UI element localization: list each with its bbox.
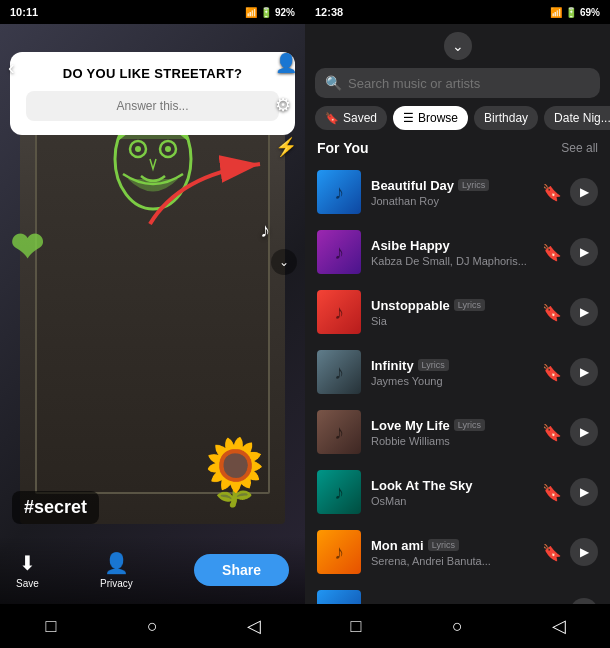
status-icons-right: 📶 🔋 69% [550,7,600,18]
play-button[interactable]: ▶ [570,298,598,326]
bookmark-button[interactable]: 🔖 [542,423,562,442]
lyrics-badge: Lyrics [454,299,485,311]
time-left: 10:11 [10,6,38,18]
bookmark-button[interactable]: 🔖 [542,363,562,382]
play-button[interactable]: ▶ [570,478,598,506]
story-chevron-icon[interactable]: ⌄ [271,249,297,275]
svg-point-4 [165,146,171,152]
popup-answer-input[interactable] [26,91,279,121]
bookmark-button[interactable]: 🔖 [542,303,562,322]
tab-saved[interactable]: 🔖 Saved [315,106,387,130]
tab-date-night[interactable]: Date Nig... [544,106,610,130]
close-panel-button[interactable]: ⌄ [444,32,472,60]
nav-circle-left[interactable]: ○ [127,604,177,648]
music-panel: ⌄ 🔍 🔖 Saved ☰ Browse Birthday Date Nig..… [305,24,610,604]
play-button[interactable]: ▶ [570,418,598,446]
tab-bar: 🔖 Saved ☰ Browse Birthday Date Nig... [305,106,610,138]
album-art: ♪ [317,290,361,334]
play-button[interactable]: ▶ [570,238,598,266]
album-art: ♪ [317,230,361,274]
filter-icon[interactable]: ⚙ [275,94,297,116]
track-actions: 🔖 ▶ [542,358,598,386]
save-action[interactable]: ⬇ Save [16,551,39,589]
music-list-item[interactable]: ♪ Love My Life Lyrics Robbie Williams 🔖 … [305,402,610,462]
nav-circle-right[interactable]: ○ [432,604,482,648]
play-button[interactable]: ▶ [570,358,598,386]
music-list: ♪ Beautiful Day Lyrics Jonathan Roy 🔖 ▶ … [305,162,610,604]
nav-square-left[interactable]: □ [26,604,76,648]
track-title: Asibe Happy [371,238,532,253]
bottom-navigation: □ ○ ◁ □ ○ ◁ [0,604,610,648]
tab-birthday[interactable]: Birthday [474,106,538,130]
share-button[interactable]: Share [194,554,289,586]
track-title: Infinity Lyrics [371,358,532,373]
album-art: ♪ [317,590,361,604]
bottom-nav-left: □ ○ ◁ [0,604,305,648]
track-title: Look At The Sky [371,478,532,493]
track-info: Unstoppable Lyrics Sia [371,298,532,327]
music-list-item[interactable]: ♪ Love Your Voice Lyrics 🔖 ▶ [305,582,610,604]
album-art: ♪ [317,350,361,394]
settings-icon[interactable]: ⚡ [275,136,297,158]
play-button[interactable]: ▶ [570,178,598,206]
person-plus-icon[interactable]: 👤 [275,52,297,74]
album-art: ♪ [317,170,361,214]
search-bar[interactable]: 🔍 [315,68,600,98]
track-info: Beautiful Day Lyrics Jonathan Roy [371,178,532,207]
track-artist: OsMan [371,495,532,507]
track-actions: 🔖 ▶ [542,178,598,206]
music-list-item[interactable]: ♪ Beautiful Day Lyrics Jonathan Roy 🔖 ▶ [305,162,610,222]
see-all-link[interactable]: See all [561,141,598,155]
music-list-item[interactable]: ♪ Asibe Happy Kabza De Small, DJ Maphori… [305,222,610,282]
time-right: 12:38 [315,6,343,18]
search-input[interactable] [348,76,590,91]
track-title: Unstoppable Lyrics [371,298,532,313]
bookmark-button[interactable]: 🔖 [542,183,562,202]
story-panel: DO YOU LIKE STREETART? ‹ 👤 ⚙ ⚡ [0,24,305,604]
track-info: Asibe Happy Kabza De Small, DJ Maphoris.… [371,238,532,267]
hashtag-label: #secret [12,491,99,524]
bookmark-button[interactable]: 🔖 [542,543,562,562]
status-bar-right: 12:38 📶 🔋 69% [305,0,610,24]
privacy-action[interactable]: 👤 Privacy [100,551,133,589]
status-bar-left: 10:11 📶 🔋 92% [0,0,305,24]
music-list-item[interactable]: ♪ Infinity Lyrics Jaymes Young 🔖 ▶ [305,342,610,402]
music-list-item[interactable]: ♪ Mon ami Lyrics Serena, Andrei Banuta..… [305,522,610,582]
streetart-popup: DO YOU LIKE STREETART? [10,52,295,135]
privacy-label: Privacy [100,578,133,589]
nav-back-left[interactable]: ◁ [229,604,279,648]
track-info: Love My Life Lyrics Robbie Williams [371,418,532,447]
track-actions: 🔖 ▶ [542,478,598,506]
lyrics-badge: Lyrics [428,539,459,551]
track-actions: 🔖 ▶ [542,418,598,446]
track-title: Mon ami Lyrics [371,538,532,553]
track-artist: Kabza De Small, DJ Maphoris... [371,255,532,267]
tab-browse[interactable]: ☰ Browse [393,106,468,130]
track-artist: Robbie Williams [371,435,532,447]
track-title: Love My Life Lyrics [371,418,532,433]
save-label: Save [16,578,39,589]
lyrics-badge: Lyrics [418,359,449,371]
lyrics-badge: Lyrics [458,179,489,191]
svg-point-3 [135,146,141,152]
nav-square-right[interactable]: □ [331,604,381,648]
music-list-item[interactable]: ♪ Look At The Sky OsMan 🔖 ▶ [305,462,610,522]
bookmark-button[interactable]: 🔖 [542,483,562,502]
section-header: For You See all [305,138,610,162]
play-button[interactable]: ▶ [570,538,598,566]
story-background: DO YOU LIKE STREETART? ‹ 👤 ⚙ ⚡ [0,24,305,604]
album-art: ♪ [317,530,361,574]
album-art: ♪ [317,470,361,514]
sun-emoji: 🌻 [195,440,275,504]
track-title: Beautiful Day Lyrics [371,178,532,193]
track-actions: 🔖 ▶ [542,298,598,326]
music-note-icon[interactable]: ♪ [260,219,270,242]
save-icon: ⬇ [19,551,36,575]
back-arrow-icon[interactable]: ‹ [8,56,15,79]
section-title: For You [317,140,369,156]
nav-back-right[interactable]: ◁ [534,604,584,648]
music-list-item[interactable]: ♪ Unstoppable Lyrics Sia 🔖 ▶ [305,282,610,342]
bookmark-button[interactable]: 🔖 [542,243,562,262]
lyrics-badge: Lyrics [454,419,485,431]
track-artist: Jonathan Roy [371,195,532,207]
